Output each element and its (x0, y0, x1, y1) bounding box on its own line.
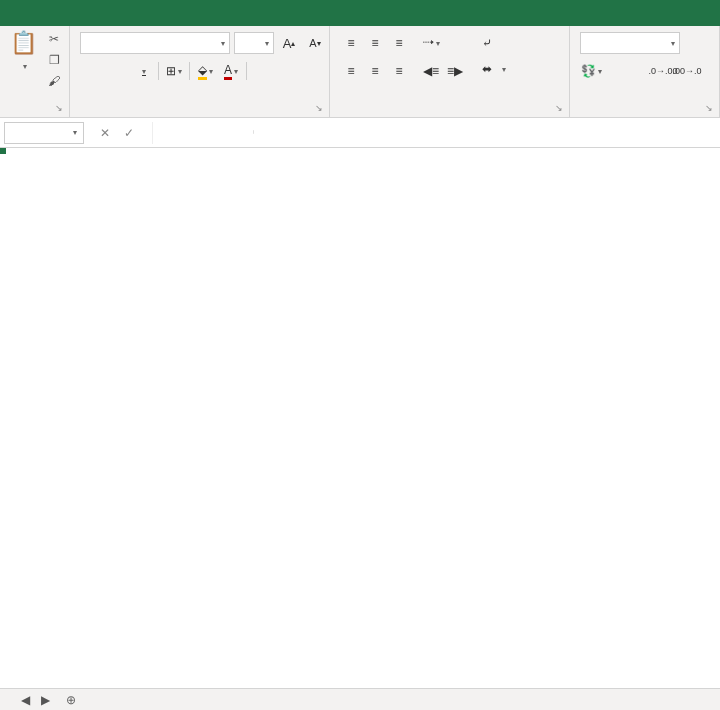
merge-center-button[interactable]: ⬌ ▾ (478, 58, 510, 80)
x-icon: ✕ (100, 126, 110, 140)
group-label-alignment (336, 113, 563, 117)
chevron-down-icon: ▾ (436, 39, 440, 48)
italic-button[interactable] (106, 60, 128, 82)
wrap-text-button[interactable]: ⤶ (478, 32, 510, 54)
chevron-down-icon: ▾ (73, 128, 77, 137)
text-cursor-icon (253, 124, 254, 140)
paste-button[interactable]: 📋 ▾ (6, 30, 41, 72)
add-sheet-button[interactable]: ⊕ (60, 693, 82, 707)
font-size-select[interactable]: ▾ (234, 32, 274, 54)
chevron-down-icon: ▾ (598, 67, 602, 76)
chevron-down-icon: ▾ (265, 39, 269, 48)
currency-icon: 💱 (581, 64, 596, 78)
group-number: ▾ 💱▾ .0→.00 .00→.0 ↘ (570, 26, 720, 117)
cut-button[interactable]: ✂ (45, 30, 63, 48)
format-painter-button[interactable]: 🖌 (45, 72, 63, 90)
formula-input[interactable] (152, 122, 720, 144)
cancel-edit-button[interactable]: ✕ (94, 122, 116, 144)
font-name-select[interactable]: ▾ (80, 32, 230, 54)
border-icon: ⊞ (166, 64, 176, 78)
plus-circle-icon: ⊕ (66, 693, 76, 707)
dialog-launcher-icon[interactable]: ↘ (555, 103, 567, 115)
chevron-down-icon: ▾ (209, 67, 213, 76)
font-color-button[interactable]: A▾ (220, 60, 242, 82)
brush-icon: 🖌 (48, 74, 60, 88)
align-right-button[interactable]: ≡ (388, 60, 410, 82)
accounting-format-button[interactable]: 💱▾ (580, 60, 602, 82)
underline-button[interactable]: ▾ (132, 60, 154, 82)
increase-indent-button[interactable]: ≡▶ (444, 60, 466, 82)
phonetic-button[interactable] (251, 60, 273, 82)
formula-bar: ▾ ✕ ✓ (0, 118, 720, 148)
orientation-button[interactable]: ⭬▾ (420, 32, 442, 54)
bucket-icon: ⬙ (198, 63, 207, 80)
bold-button[interactable] (80, 60, 102, 82)
merge-icon: ⬌ (482, 62, 492, 76)
confirm-edit-button[interactable]: ✓ (118, 122, 140, 144)
align-middle-button[interactable]: ≡ (364, 32, 386, 54)
wrap-icon: ⤶ (482, 36, 492, 50)
chevron-down-icon: ▾ (221, 39, 225, 48)
align-center-button[interactable]: ≡ (364, 60, 386, 82)
copy-button[interactable]: ❐ (45, 51, 63, 69)
align-top-button[interactable]: ≡ (340, 32, 362, 54)
name-box[interactable]: ▾ (4, 122, 84, 144)
clipboard-icon: 📋 (6, 30, 41, 56)
sheet-nav-prev[interactable]: ◀ (16, 691, 34, 709)
chevron-down-icon: ▾ (142, 67, 146, 76)
dialog-launcher-icon[interactable]: ↘ (705, 103, 717, 115)
chevron-down-icon: ▾ (671, 39, 675, 48)
decrease-decimal-button[interactable]: .00→.0 (676, 60, 698, 82)
percent-button[interactable] (604, 60, 626, 82)
decrease-indent-button[interactable]: ◀≡ (420, 60, 442, 82)
sheet-nav-next[interactable]: ▶ (36, 691, 54, 709)
fill-handle[interactable] (0, 148, 6, 154)
font-color-icon: A (224, 63, 232, 80)
dialog-launcher-icon[interactable]: ↘ (315, 103, 327, 115)
scissors-icon: ✂ (49, 32, 59, 46)
chevron-down-icon: ▾ (502, 65, 506, 74)
group-font: ▾ ▾ A▴ A▾ ▾ ⊞▾ ⬙▾ A▾ (70, 26, 330, 117)
chevron-down-icon: ▾ (178, 67, 182, 76)
decrease-font-button[interactable]: A▾ (304, 32, 326, 54)
chevron-down-icon: ▾ (23, 62, 27, 71)
group-label-font (76, 113, 323, 117)
border-button[interactable]: ⊞▾ (163, 60, 185, 82)
group-label-number (576, 113, 713, 117)
check-icon: ✓ (124, 126, 134, 140)
comma-button[interactable] (628, 60, 650, 82)
ribbon: 📋 ▾ ✂ ❐ 🖌 ↘ ▾ (0, 26, 720, 118)
ribbon-tabs (0, 0, 720, 26)
group-alignment: ≡ ≡ ≡ ⭬▾ ≡ ≡ ≡ ◀≡ ≡▶ ⤶ (330, 26, 570, 117)
number-format-select[interactable]: ▾ (580, 32, 680, 54)
spreadsheet-grid[interactable] (0, 148, 720, 678)
orientation-icon: ⭬ (422, 36, 434, 50)
increase-font-button[interactable]: A▴ (278, 32, 300, 54)
dialog-launcher-icon[interactable]: ↘ (55, 103, 67, 115)
align-bottom-button[interactable]: ≡ (388, 32, 410, 54)
sheet-tab-bar: ◀ ▶ ⊕ (0, 688, 720, 710)
group-clipboard: 📋 ▾ ✂ ❐ 🖌 ↘ (0, 26, 70, 117)
increase-decimal-button[interactable]: .0→.00 (652, 60, 674, 82)
chevron-down-icon: ▾ (234, 67, 238, 76)
copy-icon: ❐ (49, 53, 60, 67)
fill-color-button[interactable]: ⬙▾ (194, 60, 216, 82)
align-left-button[interactable]: ≡ (340, 60, 362, 82)
